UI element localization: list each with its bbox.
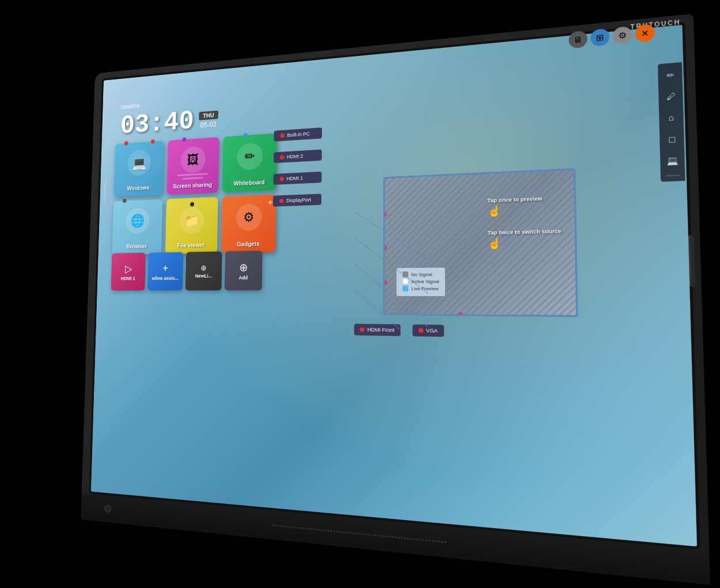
source-buttons: Built-in PC HDMI 2 HDMI 1 DisplayPo [273, 127, 322, 206]
settings-icon-btn[interactable]: ⚙ [613, 26, 632, 45]
legend-active-signal-label: Active Signal [411, 278, 439, 283]
mini-tile-wline-label: wline assis... [152, 275, 179, 280]
sidebar-annotate-btn[interactable]: ✏ [661, 66, 680, 84]
bottom-apps: ▷ HDMI 1 + wline assis... ⊕ NewLi... ⊕ A… [111, 251, 263, 290]
monitor-icon-btn[interactable]: 🖥 [569, 30, 588, 48]
right-handle [688, 234, 696, 286]
tile-screen-sharing[interactable]: 🖼 Screen sharing [166, 137, 219, 195]
monitor-bezel: newline 03:40 THU 05-02 [89, 22, 700, 549]
mini-tile-add[interactable]: ⊕ Add [225, 251, 263, 290]
preview-window: Tap once to preview ☝ Tap twice to switc… [383, 168, 578, 317]
tile-whiteboard[interactable]: ✏ Whiteboard [222, 133, 277, 192]
clock-area: newline 03:40 THU 05-02 [120, 95, 218, 141]
source-panel: Built-in PC HDMI 2 HDMI 1 DisplayPo [274, 113, 522, 130]
legend-live-preview-label: Live Preview [411, 286, 438, 291]
power-icon-btn[interactable]: ✕ [635, 24, 655, 43]
sidebar-pen-btn[interactable]: 🖊 [661, 87, 680, 104]
source-btn-hdmi-front[interactable]: HDMI Front [354, 324, 400, 336]
tile-gadgets-label: Gadgets [237, 240, 260, 247]
tap-twice-text: Tap twice to switch source [488, 228, 562, 236]
source-vga-label: VGA [426, 327, 438, 333]
monitor-wrapper: TRUTOUCH 🖥 ⊞ ⚙ ✕ newline 03:40 THU [29, 29, 691, 559]
mini-tile-hdmi1[interactable]: ▷ HDMI 1 [111, 252, 146, 290]
power-indicator [104, 504, 111, 513]
mini-tile-wline[interactable]: + wline assis... [147, 252, 183, 290]
source-btn-displayport[interactable]: DisplayPort [273, 194, 321, 206]
right-sidebar: ✏ 🖊 ⌂ ◻ 💻 [658, 62, 685, 181]
mini-tile-add-label: Add [238, 275, 248, 280]
mini-tile-hdmi1-label: HDMI 1 [121, 276, 135, 281]
legend-active-signal: Active Signal [403, 278, 439, 284]
tile-screen-sharing-label: Screen sharing [173, 181, 212, 189]
bottom-source-row: HDMI Front VGA [354, 324, 444, 337]
date-box: THU 05-02 [199, 110, 218, 128]
tile-fileviewer-label: File viewer [177, 241, 205, 248]
monitor-outer: TRUTOUCH 🖥 ⊞ ⚙ ✕ newline 03:40 THU [81, 13, 710, 585]
source-displayport-label: DisplayPort [286, 196, 311, 203]
mini-tile-newline-label: NewLi... [195, 273, 213, 279]
sidebar-erase-btn[interactable]: ◻ [662, 130, 681, 147]
tile-gadgets[interactable]: ⚙ ✦ Gadgets [221, 194, 276, 253]
source-btn-vga[interactable]: VGA [412, 324, 444, 337]
source-btn-hdmi1[interactable]: HDMI 1 [273, 171, 321, 184]
screen: newline 03:40 THU 05-02 [91, 24, 697, 546]
tile-browser[interactable]: 🌐 Browser [112, 199, 162, 255]
source-builtin-pc-label: Built-in PC [287, 131, 310, 138]
date-text: 05-02 [200, 120, 217, 129]
sidebar-pc-btn[interactable]: 💻 [663, 151, 682, 169]
legend-box: No Signal Active Signal Live Preview [396, 267, 445, 296]
tile-browser-label: Browser [126, 242, 147, 249]
sidebar-home-btn[interactable]: ⌂ [662, 108, 681, 126]
legend-live-preview: Live Preview [403, 285, 439, 291]
source-hdmi1-label: HDMI 1 [286, 175, 302, 181]
day-badge: THU [199, 110, 218, 120]
tile-fileviewer[interactable]: 📁 File viewer [165, 196, 218, 253]
preview-instructions: Tap once to preview ☝ Tap twice to switc… [487, 195, 562, 250]
source-btn-hdmi2[interactable]: HDMI 2 [274, 149, 322, 163]
legend-no-signal-label: No Signal [411, 271, 432, 276]
app-grid: 💻 Windows 🖼 Screen sharing [112, 133, 277, 255]
tile-windows[interactable]: 💻 Windows [113, 141, 164, 197]
source-btn-builtin-pc[interactable]: Built-in PC [274, 127, 322, 141]
speaker-grill-left [272, 523, 446, 543]
clock-time: 03:40 [120, 105, 194, 141]
left-side-text: CHANNEL [103, 180, 107, 203]
grid-icon-btn[interactable]: ⊞ [590, 28, 609, 46]
tile-whiteboard-label: Whiteboard [234, 179, 265, 187]
legend-no-signal: No Signal [403, 271, 439, 277]
source-hdmi2-label: HDMI 2 [287, 153, 303, 160]
source-hdmi-front-label: HDMI Front [367, 327, 395, 333]
mini-tile-newline[interactable]: ⊕ NewLi... [185, 251, 222, 290]
tile-windows-label: Windows [127, 184, 149, 192]
